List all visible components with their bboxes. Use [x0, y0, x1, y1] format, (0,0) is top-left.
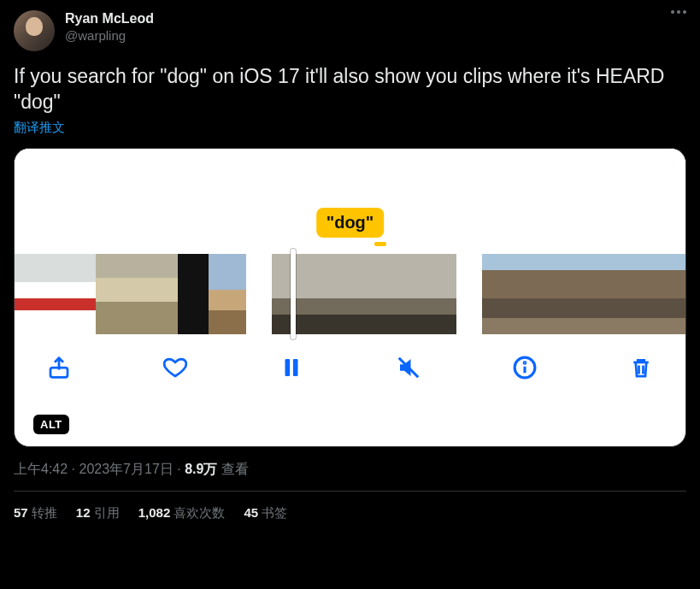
views-count[interactable]: 8.9万	[185, 462, 217, 476]
video-timeline[interactable]	[15, 238, 685, 339]
clip-frame	[590, 254, 626, 334]
tweet-time[interactable]: 上午4:42	[14, 462, 68, 476]
svg-point-6	[524, 362, 526, 364]
clip-frame	[364, 254, 410, 334]
clip-frame	[137, 254, 178, 334]
svg-rect-1	[285, 359, 291, 376]
heart-icon	[162, 355, 188, 380]
tweet-text: If you search for "dog" on iOS 17 it'll …	[14, 63, 686, 115]
share-icon	[46, 355, 72, 380]
svg-rect-2	[293, 359, 298, 376]
avatar[interactable]	[14, 10, 55, 51]
display-name[interactable]: Ryan McLeod	[65, 10, 154, 27]
user-handle[interactable]: @warpling	[65, 27, 154, 44]
quotes-stat[interactable]: 12 引用	[76, 505, 120, 521]
mute-button[interactable]	[395, 354, 422, 381]
search-keyword-pill: "dog"	[316, 208, 385, 238]
clip-frame	[410, 254, 456, 334]
clip-frame	[96, 254, 137, 334]
bookmarks-stat[interactable]: 45 书签	[244, 505, 287, 521]
clip-frame	[318, 254, 364, 334]
alt-badge[interactable]: ALT	[33, 415, 69, 434]
clip-group-2[interactable]	[272, 254, 456, 334]
delete-button[interactable]	[627, 354, 655, 381]
views-label: 查看	[217, 462, 248, 476]
likes-stat[interactable]: 1,082 喜欢次数	[138, 505, 226, 521]
tweet-stats: 57 转推 12 引用 1,082 喜欢次数 45 书签	[14, 492, 686, 521]
trash-icon	[628, 355, 654, 380]
info-button[interactable]	[511, 354, 538, 381]
share-button[interactable]	[45, 354, 73, 381]
clip-group-1[interactable]	[14, 254, 246, 334]
tweet-meta: 上午4:42 · 2023年7月17日 · 8.9万 查看	[14, 461, 686, 492]
clip-frame	[518, 254, 554, 334]
clip-group-3[interactable]	[482, 254, 686, 334]
pause-icon	[279, 355, 304, 380]
clip-frame	[626, 254, 662, 334]
clip-frame	[55, 254, 96, 334]
media-header-space: "dog"	[15, 149, 685, 238]
retweets-stat[interactable]: 57 转推	[14, 505, 57, 521]
user-info: Ryan McLeod @warpling	[65, 10, 154, 44]
media-toolbar	[15, 339, 685, 400]
tweet-header: Ryan McLeod @warpling	[14, 10, 686, 51]
tweet-date[interactable]: 2023年7月17日	[79, 462, 173, 476]
media-card[interactable]: "dog"	[14, 148, 686, 447]
tweet-container: Ryan McLeod @warpling If you search for …	[0, 0, 700, 521]
pause-button[interactable]	[278, 354, 305, 381]
mute-icon	[396, 355, 421, 380]
clip-frame	[482, 254, 518, 334]
clip-frame	[178, 254, 209, 334]
playhead-indicator[interactable]	[291, 249, 296, 339]
clip-frame	[209, 254, 246, 334]
more-options-button[interactable]	[671, 10, 686, 14]
clip-frame	[554, 254, 590, 334]
info-icon	[512, 355, 538, 380]
clip-frame	[14, 254, 55, 334]
clip-frame	[662, 254, 686, 334]
like-button[interactable]	[162, 354, 189, 381]
translate-link[interactable]: 翻译推文	[14, 120, 65, 136]
